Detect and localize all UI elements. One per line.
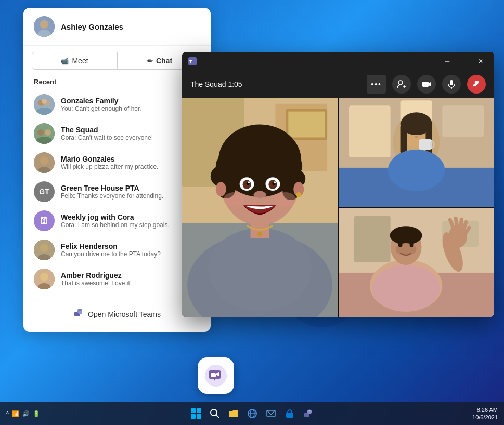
tray-expand-icon[interactable]: ^ <box>6 411 9 417</box>
contact-name: Amber Rodriguez <box>61 271 200 280</box>
contact-avatar <box>34 240 55 260</box>
svg-point-18 <box>45 129 51 136</box>
svg-point-65 <box>390 226 422 245</box>
contact-info: Weekly jog with Cora Cora: I am so behin… <box>61 213 200 229</box>
chat-preview-text: That is awesome! Love it! <box>61 280 200 287</box>
svg-point-131 <box>308 410 311 412</box>
contact-avatar: 🗓 <box>34 210 55 231</box>
contact-name: Weekly jog with Cora <box>61 213 200 221</box>
svg-line-71 <box>450 220 453 226</box>
tab-meet[interactable]: 📹 Meet <box>32 52 117 70</box>
close-button[interactable]: ✕ <box>473 56 488 67</box>
svg-point-109 <box>274 181 276 183</box>
svg-line-75 <box>466 228 469 232</box>
svg-point-14 <box>42 99 47 104</box>
svg-line-73 <box>461 219 461 226</box>
minimize-button[interactable]: ─ <box>440 56 455 67</box>
svg-rect-120 <box>191 414 196 419</box>
svg-rect-40 <box>450 80 453 85</box>
svg-point-31 <box>79 309 81 311</box>
clock: 8:26 AM 10/6/2021 <box>472 406 498 421</box>
battery-icon: 🔋 <box>33 410 40 417</box>
svg-point-84 <box>208 228 312 311</box>
svg-point-56 <box>415 136 418 138</box>
store-button[interactable] <box>282 406 297 421</box>
volume-icon: 🔊 <box>22 410 30 417</box>
chat-tab-icon: ✏ <box>147 57 153 65</box>
microphone-button[interactable] <box>442 75 461 94</box>
meet-chat-tabbar: 📹 Meet ✏ Chat <box>32 52 202 70</box>
svg-point-108 <box>248 181 250 183</box>
svg-point-112 <box>261 192 266 197</box>
svg-point-54 <box>409 129 413 134</box>
svg-point-17 <box>37 129 44 136</box>
taskbar-right: 8:26 AM 10/6/2021 <box>472 406 498 421</box>
system-tray-left: ^ 📶 🔊 🔋 <box>6 410 40 417</box>
contact-info: Mario Gonzales Will pick up pizza after … <box>61 155 200 170</box>
svg-point-24 <box>40 244 48 252</box>
svg-rect-118 <box>191 408 196 413</box>
svg-point-63 <box>372 265 440 312</box>
contact-avatar: GT <box>34 181 55 202</box>
svg-line-123 <box>216 415 219 418</box>
open-teams-label: Open Microsoft Teams <box>88 310 161 318</box>
contact-avatar <box>34 269 55 289</box>
svg-point-111 <box>254 192 259 197</box>
svg-rect-60 <box>354 216 391 262</box>
chat-preview-text: Cora: Can't wait to see everyone! <box>61 134 200 141</box>
svg-point-68 <box>410 242 414 247</box>
svg-point-101 <box>296 192 301 197</box>
teams-taskbar-button[interactable] <box>301 406 316 421</box>
open-teams-button[interactable]: Open Microsoft Teams <box>32 300 202 326</box>
svg-point-51 <box>388 150 445 191</box>
search-button[interactable] <box>208 406 222 421</box>
more-options-button[interactable]: ••• <box>367 75 386 94</box>
contact-info: The Squad Cora: Can't wait to see everyo… <box>61 126 200 141</box>
call-title: The Squad 1:05 <box>190 80 360 88</box>
video-call-window: T ─ □ ✕ The Squad 1:05 ••• <box>182 52 494 317</box>
start-button[interactable] <box>189 406 203 421</box>
end-call-button[interactable] <box>467 75 486 94</box>
svg-point-67 <box>398 242 403 247</box>
svg-rect-57 <box>442 105 484 137</box>
chat-preview-text: Can you drive me to the PTA today? <box>61 250 200 258</box>
taskbar: ^ 📶 🔊 🔋 <box>0 402 504 425</box>
mail-button[interactable] <box>264 406 278 421</box>
file-explorer-button[interactable] <box>226 406 241 421</box>
browser-button[interactable] <box>245 406 260 421</box>
participant-video-2 <box>182 98 338 317</box>
svg-point-99 <box>216 182 226 196</box>
svg-point-122 <box>211 409 217 416</box>
chat-app-icon[interactable] <box>198 357 234 394</box>
contact-avatar <box>34 94 55 115</box>
contact-info: Green Tree House PTA Felix: Thanks every… <box>61 184 200 200</box>
teams-icon <box>73 308 84 321</box>
svg-rect-52 <box>419 139 432 150</box>
chat-preview-text: Cora: I am so behind on my step goals. <box>61 221 200 229</box>
svg-rect-32 <box>79 311 82 314</box>
svg-rect-121 <box>197 414 201 419</box>
contact-name: Mario Gonzales <box>61 155 200 163</box>
camera-button[interactable] <box>417 75 436 94</box>
svg-rect-49 <box>401 124 407 155</box>
contact-info: Amber Rodriguez That is awesome! Love it… <box>61 271 200 287</box>
call-toolbar: The Squad 1:05 ••• <box>182 71 494 98</box>
svg-rect-38 <box>422 82 429 87</box>
svg-rect-116 <box>211 373 216 377</box>
add-person-button[interactable] <box>392 75 411 94</box>
wifi-icon: 📶 <box>12 410 19 417</box>
svg-point-86 <box>257 232 263 237</box>
user-display-name: Ashley Gonzales <box>61 22 123 31</box>
contact-name: Gonzales Family <box>61 97 200 105</box>
contact-info: Gonzales Family You: Can't get enough of… <box>61 97 200 112</box>
chat-preview-text: You: Can't get enough of her. <box>61 105 200 112</box>
participant-video-3 <box>339 208 494 317</box>
svg-point-113 <box>224 192 244 207</box>
taskbar-center-icons <box>189 406 316 421</box>
taskbar-left: ^ 📶 🔊 🔋 <box>6 410 40 417</box>
svg-point-35 <box>398 81 403 85</box>
window-controls: ─ □ ✕ <box>440 56 488 67</box>
contact-avatar <box>34 152 55 173</box>
maximize-button[interactable]: □ <box>457 56 471 67</box>
contact-info: Felix Henderson Can you drive me to the … <box>61 242 200 258</box>
